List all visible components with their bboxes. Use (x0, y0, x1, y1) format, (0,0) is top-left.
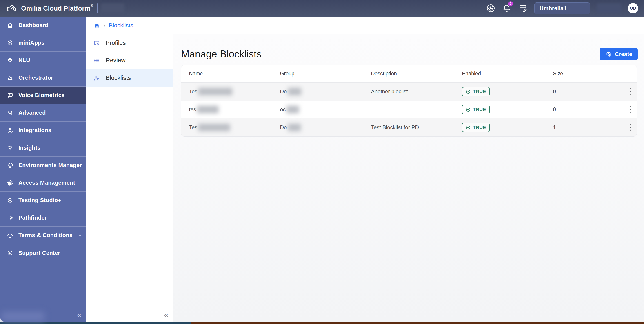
cell-enabled: TRUE (462, 105, 553, 114)
breadcrumb-home-icon[interactable] (94, 22, 100, 28)
circuit-icon (7, 214, 14, 221)
breadcrumb-current[interactable]: Blocklists (109, 22, 133, 29)
row-actions-menu-button[interactable] (620, 106, 636, 113)
redacted-group (286, 106, 299, 113)
sidebar-item-environments-manager[interactable]: Environments Manager (0, 157, 86, 174)
lifebuoy-icon (7, 250, 14, 256)
sidebar-footer: « (0, 307, 86, 322)
nodes-icon (7, 127, 14, 134)
cell-group: Do (280, 124, 371, 131)
check-circle-icon (466, 107, 471, 112)
redacted-name (198, 124, 230, 131)
release-notes-button[interactable] (518, 3, 528, 13)
desktop-edge-strip (0, 322, 644, 324)
redacted-group (288, 88, 301, 95)
cell-enabled: TRUE (462, 123, 553, 132)
row-actions-menu-button[interactable] (620, 124, 636, 131)
redacted-topbar-text (101, 3, 124, 13)
check-circle-icon (466, 125, 471, 130)
chevron-up-icon (78, 234, 82, 237)
cell-name: tes (189, 106, 280, 113)
table-header-row: Name Group Description Enabled Size (181, 65, 636, 83)
breadcrumb-separator: › (103, 22, 106, 28)
table-row[interactable]: Tes Do Another bloclist (181, 83, 636, 101)
cell-description: Test Blocklist for PD (371, 124, 462, 131)
table-row[interactable]: tes oc (181, 101, 636, 119)
redacted-name (198, 88, 232, 95)
topbar: Omilia Cloud Platform® (0, 0, 644, 17)
home-icon (7, 22, 14, 29)
cell-enabled: TRUE (462, 87, 553, 96)
subnav-item-profiles[interactable]: Profiles (86, 34, 173, 52)
enabled-badge: TRUE (462, 87, 490, 96)
redacted-sidebar-footer-text (2, 312, 44, 321)
sidebar-item-terms-conditions[interactable]: Terms & Conditions (0, 227, 86, 244)
cell-group: oc (280, 106, 371, 113)
sidebar-item-support-center[interactable]: Support Center (0, 244, 86, 262)
topbar-divider (97, 3, 98, 13)
main-area: › Blocklists Profiles (86, 17, 644, 322)
subnav-item-label: Blocklists (106, 74, 131, 81)
redacted-name (197, 106, 219, 113)
subnav-item-review[interactable]: Review (86, 52, 173, 69)
cell-group: Do (280, 88, 371, 95)
user-block-icon (93, 74, 100, 82)
gear-user-icon (7, 179, 14, 186)
theme-settings-button[interactable] (486, 4, 495, 13)
redacted-topbar-text-right (597, 3, 621, 13)
activity-icon (7, 74, 14, 81)
check-circle-icon (466, 89, 471, 94)
subnav-footer: « (86, 307, 173, 322)
subnav-collapse-button[interactable]: « (164, 311, 168, 319)
sidebar-item-insights[interactable]: Insights (0, 139, 86, 157)
sidebar-item-orchestrator[interactable]: Orchestrator (0, 69, 86, 87)
create-button[interactable]: Create (600, 48, 638, 60)
cell-size: 0 (553, 106, 620, 113)
row-actions-menu-button[interactable] (620, 88, 636, 95)
sidebar-item-access-management[interactable]: Access Management (0, 174, 86, 192)
breadcrumb: › Blocklists (86, 17, 644, 34)
release-notes-icon (518, 3, 528, 13)
brand: Omilia Cloud Platform® (6, 4, 93, 12)
column-header-enabled: Enabled (462, 71, 553, 77)
list-icon (93, 57, 100, 64)
subnav-item-label: Review (106, 57, 126, 64)
lightbulb-icon (7, 145, 14, 151)
blocklists-table: Name Group Description Enabled Size Tes (181, 65, 637, 137)
subnav: Profiles Review (86, 34, 173, 322)
column-header-group: Group (280, 71, 371, 77)
notifications-button[interactable]: 2 (502, 3, 512, 13)
column-header-size: Size (553, 71, 620, 77)
cloud-logo-icon (6, 4, 18, 12)
cube-plus-icon (605, 51, 612, 57)
sidebar-item-pathfinder[interactable]: Pathfinder (0, 209, 86, 227)
sidebar-item-testing-studio[interactable]: Testing Studio+ (0, 192, 86, 209)
column-header-description: Description (371, 71, 462, 77)
avatar[interactable]: OD (628, 3, 638, 13)
org-selector[interactable]: Umbrella1 (534, 2, 590, 14)
sidebar-item-voice-biometrics[interactable]: Voice Biometrics (0, 87, 86, 104)
cloud-icon (7, 162, 14, 169)
cell-name: Tes (189, 88, 280, 95)
window-gear-icon (93, 39, 100, 47)
subnav-item-blocklists[interactable]: Blocklists (86, 69, 173, 87)
sidebar-item-nlu[interactable]: NLU (0, 52, 86, 69)
voice-bubble-icon (7, 92, 14, 99)
redacted-group (288, 124, 301, 131)
sidebar-collapse-button[interactable]: « (77, 311, 81, 319)
app-title: Omilia Cloud Platform® (21, 5, 93, 12)
cube-icon (7, 57, 14, 64)
sidebar-item-miniapps[interactable]: miniApps (0, 34, 86, 52)
sidebar-item-dashboard[interactable]: Dashboard (0, 17, 86, 34)
sidebar-item-integrations[interactable]: Integrations (0, 122, 86, 139)
content: Manage Blocklists Create (173, 34, 644, 322)
screen: Omilia Cloud Platform® (0, 0, 644, 324)
page-title: Manage Blocklists (181, 48, 262, 60)
sidebar-item-advanced[interactable]: Advanced (0, 104, 86, 122)
cell-name: Tes (189, 124, 280, 131)
table-row[interactable]: Tes Do Test Blocklist for PD (181, 119, 636, 137)
sidebar: Dashboard miniApps NLU (0, 17, 86, 322)
column-header-name: Name (189, 71, 280, 77)
registered-mark: ® (91, 3, 93, 7)
topbar-actions: 2 Umbrella1 OD (486, 2, 638, 14)
